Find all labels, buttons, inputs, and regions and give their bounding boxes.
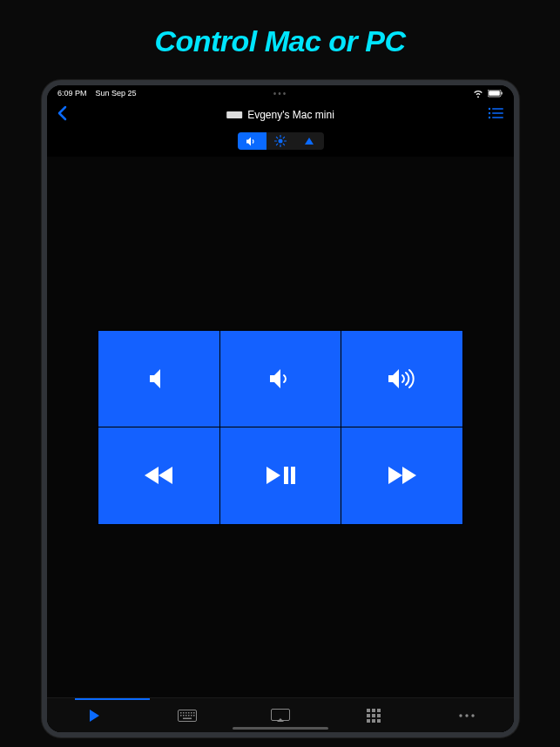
play-pause-button[interactable] [220, 427, 341, 524]
svg-rect-43 [377, 719, 381, 723]
svg-rect-18 [284, 467, 288, 484]
svg-rect-36 [372, 709, 375, 712]
svg-point-44 [460, 714, 462, 717]
ipad-frame: 6:09 PM Sun Sep 25 ••• Evgeny's Mac mini [42, 80, 519, 737]
svg-point-45 [466, 714, 469, 717]
svg-rect-28 [183, 715, 185, 717]
main-content [47, 157, 514, 697]
mode-segment-control [238, 132, 324, 150]
mac-mini-icon [226, 111, 242, 118]
svg-rect-21 [180, 712, 182, 714]
control-grid [98, 330, 463, 525]
svg-point-5 [489, 112, 490, 114]
svg-point-3 [489, 108, 490, 110]
svg-line-17 [283, 137, 284, 138]
volume-down-button[interactable] [220, 331, 341, 427]
volume-low-icon [267, 368, 294, 389]
svg-rect-39 [372, 714, 375, 717]
segment-control-row [47, 129, 514, 157]
tab-apps[interactable] [327, 709, 421, 723]
list-button[interactable] [488, 107, 503, 123]
svg-line-15 [283, 144, 284, 145]
svg-line-14 [276, 137, 277, 138]
volume-mute-icon [146, 368, 171, 389]
svg-rect-4 [492, 108, 503, 110]
svg-rect-19 [291, 467, 295, 484]
svg-rect-31 [191, 715, 192, 717]
back-button[interactable] [57, 105, 67, 125]
svg-rect-42 [372, 719, 375, 723]
svg-rect-2 [502, 91, 503, 94]
svg-rect-24 [188, 712, 190, 714]
svg-rect-25 [191, 712, 192, 714]
svg-rect-26 [193, 712, 195, 714]
tab-indicator [75, 698, 150, 700]
svg-rect-33 [183, 717, 192, 719]
play-pause-icon [265, 465, 296, 486]
segment-media[interactable] [295, 132, 324, 150]
svg-point-7 [489, 117, 490, 118]
device-name-label: Evgeny's Mac mini [247, 109, 334, 121]
screen-icon [271, 709, 290, 723]
svg-rect-1 [489, 91, 500, 96]
forward-button[interactable] [341, 427, 462, 524]
grid-icon [367, 709, 381, 723]
svg-point-9 [279, 139, 283, 144]
rewind-button[interactable] [98, 427, 219, 524]
forward-icon [387, 466, 418, 485]
device-title: Evgeny's Mac mini [226, 109, 334, 121]
status-time: 6:09 PM [57, 89, 87, 98]
segment-volume[interactable] [238, 132, 267, 150]
status-date: Sun Sep 25 [96, 89, 137, 98]
svg-rect-41 [367, 719, 370, 723]
volume-up-button[interactable] [341, 331, 462, 427]
status-bar: 6:09 PM Sun Sep 25 ••• [47, 85, 514, 101]
status-dots: ••• [273, 89, 288, 98]
tab-more[interactable] [421, 714, 514, 717]
svg-rect-30 [188, 715, 190, 717]
svg-rect-35 [367, 709, 370, 712]
svg-point-46 [472, 714, 475, 717]
svg-rect-6 [492, 112, 503, 114]
ipad-screen: 6:09 PM Sun Sep 25 ••• Evgeny's Mac mini [47, 85, 514, 732]
svg-rect-40 [377, 714, 381, 717]
rewind-icon [143, 466, 174, 485]
svg-rect-8 [492, 117, 503, 118]
svg-rect-37 [377, 709, 381, 712]
svg-rect-38 [367, 714, 370, 717]
tab-remote[interactable] [47, 709, 140, 723]
segment-brightness[interactable] [267, 132, 295, 150]
svg-rect-23 [186, 712, 187, 714]
mute-button[interactable] [98, 331, 219, 427]
promo-headline: Control Mac or PC [0, 24, 560, 58]
wifi-icon [473, 90, 483, 98]
svg-rect-29 [186, 715, 187, 717]
nav-bar: Evgeny's Mac mini [47, 101, 514, 129]
svg-rect-32 [193, 715, 195, 717]
tab-keyboard[interactable] [140, 710, 233, 722]
svg-line-16 [276, 144, 277, 145]
home-indicator [233, 727, 328, 730]
tab-screen[interactable] [233, 709, 327, 723]
more-icon [459, 714, 475, 717]
play-icon [88, 709, 100, 723]
battery-icon [488, 90, 503, 98]
svg-rect-22 [183, 712, 185, 714]
svg-rect-27 [180, 715, 182, 717]
keyboard-icon [178, 710, 197, 722]
volume-high-icon [385, 368, 420, 389]
